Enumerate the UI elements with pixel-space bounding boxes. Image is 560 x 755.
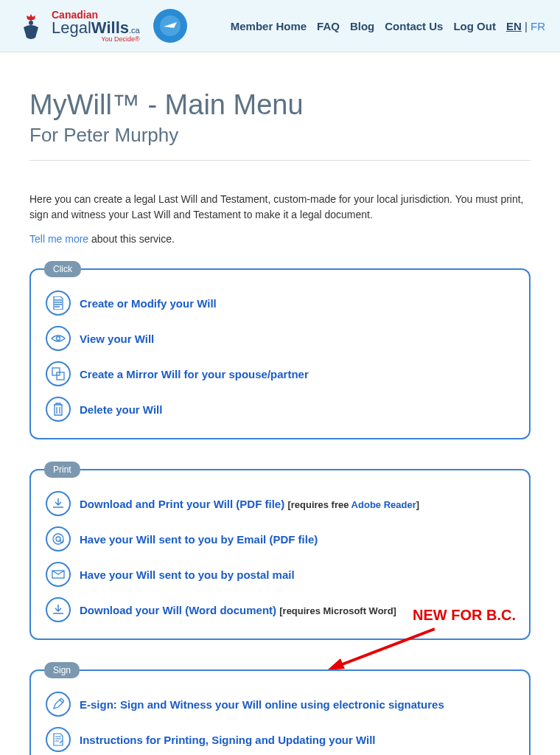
doc-pen-icon — [46, 727, 71, 752]
plane-icon — [159, 15, 181, 37]
row-delete: Delete your Will — [46, 397, 514, 422]
link-adobe-reader[interactable]: Adobe Reader — [351, 499, 416, 510]
panel-label-print: Print — [44, 462, 80, 478]
nav-member-home[interactable]: Member Home — [231, 20, 307, 32]
svg-point-7 — [56, 537, 60, 541]
mail-icon — [46, 562, 71, 587]
svg-marker-10 — [327, 658, 345, 670]
panel-sign: Sign E-sign: Sign and Witness your Will … — [29, 669, 531, 755]
link-view[interactable]: View your Will — [80, 333, 154, 345]
more-line: Tell me more about this service. — [29, 233, 531, 245]
lang-en[interactable]: EN — [506, 20, 522, 32]
pen-icon — [46, 692, 71, 717]
row-postal: Have your Will sent to you by postal mai… — [46, 562, 514, 587]
row-esign: E-sign: Sign and Witness your Will onlin… — [46, 692, 514, 717]
logo-text: Canadian LegalWills.ca You Decide® — [52, 10, 140, 43]
link-postal[interactable]: Have your Will sent to you by postal mai… — [80, 568, 295, 581]
svg-rect-5 — [57, 372, 64, 380]
logo-block: Canadian LegalWills.ca You Decide® — [15, 9, 187, 43]
lang-fr[interactable]: FR — [531, 20, 545, 32]
note-adobe: [requires free Adobe Reader] — [287, 499, 419, 510]
row-mirror: Create a Mirror Will for your spouse/par… — [46, 361, 514, 386]
row-email: Have your Will sent to you by Email (PDF… — [46, 526, 514, 552]
trash-icon — [46, 397, 71, 422]
site-header: Canadian LegalWills.ca You Decide® Membe… — [0, 0, 560, 52]
lang-switch: EN | FR — [506, 20, 545, 32]
nav-faq[interactable]: FAQ — [317, 20, 340, 32]
panel-click: Click Create or Modify your Will View yo… — [29, 268, 531, 439]
svg-rect-4 — [52, 368, 60, 375]
nav-blog[interactable]: Blog — [350, 20, 374, 32]
note-word: [requires Microsoft Word] — [279, 605, 396, 616]
link-esign[interactable]: E-sign: Sign and Witness your Will onlin… — [80, 698, 444, 711]
tell-me-more-link[interactable]: Tell me more — [29, 233, 88, 245]
callout-new-bc: NEW FOR B.C. — [413, 607, 516, 624]
svg-point-1 — [29, 21, 33, 25]
divider — [29, 160, 531, 161]
link-instructions[interactable]: Instructions for Printing, Signing and U… — [80, 734, 376, 746]
person-maple-icon — [15, 10, 47, 42]
link-download-pdf[interactable]: Download and Print your Will (PDF file) — [80, 498, 284, 510]
main-container: MyWill™ - Main Menu For Peter Murphy Her… — [15, 52, 545, 755]
at-icon — [46, 526, 71, 552]
svg-point-3 — [57, 337, 60, 341]
panel-label-click: Click — [44, 261, 81, 277]
eye-icon — [46, 326, 71, 351]
row-create-modify: Create or Modify your Will — [46, 290, 514, 316]
intro-text: Here you can create a legal Last Will an… — [29, 192, 531, 223]
logo-line-main: LegalWills.ca — [52, 20, 140, 36]
page-subtitle: For Peter Murphy — [29, 124, 531, 147]
page-title: MyWill™ - Main Menu — [29, 89, 531, 121]
link-mirror[interactable]: Create a Mirror Will for your spouse/par… — [80, 368, 309, 380]
link-email[interactable]: Have your Will sent to you by Email (PDF… — [80, 533, 318, 546]
link-create-modify[interactable]: Create or Modify your Will — [80, 297, 217, 310]
row-instructions: Instructions for Printing, Signing and U… — [46, 727, 514, 752]
link-download-word[interactable]: Download your Will (Word document) — [80, 604, 276, 616]
document-icon — [46, 290, 71, 316]
logo[interactable]: Canadian LegalWills.ca You Decide® — [15, 10, 140, 43]
nav-logout[interactable]: Log Out — [453, 20, 495, 32]
row-view: View your Will — [46, 326, 514, 351]
nav-contact[interactable]: Contact Us — [385, 20, 443, 32]
mirror-icon — [46, 361, 71, 386]
row-download-pdf: Download and Print your Will (PDF file) … — [46, 491, 514, 516]
download-icon — [46, 597, 71, 622]
top-nav: Member Home FAQ Blog Contact Us Log Out … — [231, 20, 545, 32]
link-delete[interactable]: Delete your Will — [80, 403, 162, 416]
logo-tagline: You Decide® — [52, 36, 140, 43]
miles-badge[interactable] — [153, 9, 187, 43]
download-icon — [46, 491, 71, 516]
panel-label-sign: Sign — [44, 662, 80, 678]
